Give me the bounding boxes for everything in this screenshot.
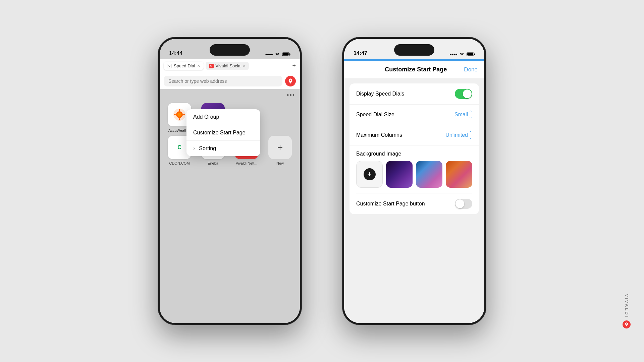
- tab-speed-dial[interactable]: V Speed Dial ✕: [164, 62, 204, 70]
- phone2-status-icons: ●●●●: [449, 52, 475, 56]
- max-columns-chevron: ⌃ ⌄: [469, 130, 472, 140]
- tab-close-speeddial[interactable]: ✕: [197, 64, 200, 68]
- speed-dial-add-button[interactable]: +: [268, 136, 292, 159]
- bg-image-orange-pink[interactable]: [446, 161, 472, 188]
- display-speed-dials-toggle[interactable]: [455, 89, 472, 99]
- svg-rect-2: [290, 54, 290, 55]
- phone-1: 14:44 ●●●●: [158, 37, 302, 325]
- new-tab-button[interactable]: +: [292, 62, 296, 69]
- max-columns-label: Maximum Columns: [356, 132, 402, 138]
- bg-image-blue-pink[interactable]: [416, 161, 442, 188]
- display-speed-dials-label: Display Speed Dials: [356, 91, 404, 97]
- menu-customize-start-page[interactable]: Customize Start Page: [186, 125, 260, 141]
- phone1-time: 14:44: [169, 50, 182, 56]
- tab-favicon-vivaldi: M: [209, 64, 214, 68]
- phone2-screen: 14:47 ●●●●: [344, 39, 484, 323]
- bg-image-purple[interactable]: [386, 161, 413, 188]
- phone2-time: 14:47: [354, 50, 367, 56]
- bg-images-row: +: [356, 161, 472, 188]
- toggle-thumb-off: [455, 199, 464, 208]
- speed-dial-label-eneba: Eneba: [208, 161, 218, 165]
- menu-sorting-label: Sorting: [199, 145, 216, 152]
- phones-container: 14:44 ●●●●: [158, 37, 486, 325]
- speed-dial-label-vivaldi-nett: Vivaldi Nett...: [236, 161, 258, 165]
- menu-add-group[interactable]: Add Group: [186, 109, 260, 125]
- tab-vivaldi-social[interactable]: M Vivaldi Socia ✕: [206, 62, 249, 70]
- vivaldi-brand-icon: [623, 320, 631, 328]
- signal-icon-2: ●●●●: [449, 52, 457, 56]
- customize-btn-toggle[interactable]: [455, 199, 472, 209]
- phone1-screen: 14:44 ●●●●: [160, 39, 300, 323]
- search-bar: [160, 73, 300, 89]
- toggle-thumb-on: [463, 89, 472, 98]
- signal-icon: ●●●●: [265, 52, 273, 56]
- setting-max-columns: Maximum Columns Unlimited ⌃ ⌄: [350, 125, 479, 145]
- svg-point-5: [177, 113, 181, 117]
- dynamic-island-2: [394, 44, 434, 56]
- customize-btn-label: Customize Start Page button: [356, 201, 425, 207]
- svg-rect-14: [467, 53, 473, 56]
- speed-dial-label-new: New: [276, 161, 284, 165]
- vivaldi-search-button[interactable]: [285, 76, 296, 86]
- vivaldi-logo-icon: [287, 78, 293, 84]
- speed-dial-size-label: Speed Dial Size: [356, 112, 394, 118]
- bg-image-add-button[interactable]: +: [356, 161, 383, 188]
- svg-rect-15: [474, 54, 475, 55]
- done-button[interactable]: Done: [464, 66, 478, 73]
- tab-label-speeddial: Speed Dial: [174, 63, 195, 68]
- max-columns-value[interactable]: Unlimited ⌃ ⌄: [445, 130, 472, 140]
- tab-favicon-speeddial: V: [167, 64, 172, 68]
- tab-close-vivaldi[interactable]: ✕: [243, 64, 246, 68]
- setting-customize-btn: Customize Start Page button: [350, 193, 479, 214]
- menu-add-group-label: Add Group: [193, 114, 219, 120]
- context-menu: Add Group Customize Start Page › Sorting: [186, 109, 260, 156]
- customize-page-title: Customize Start Page: [368, 66, 464, 73]
- speed-dial-header: •••: [160, 89, 300, 100]
- speed-dial-new[interactable]: + New: [265, 136, 295, 165]
- tab-bar: V Speed Dial ✕ M Vivaldi Socia ✕ +: [160, 59, 300, 73]
- tab-label-vivaldi: Vivaldi Socia: [216, 63, 240, 68]
- add-icon: +: [364, 168, 376, 180]
- dynamic-island-1: [210, 44, 250, 56]
- speed-dial-empty2: [265, 103, 295, 132]
- speed-dial-size-text: Small: [454, 112, 468, 118]
- vivaldi-brand-text: VIVALDI: [624, 294, 629, 318]
- battery-icon: [282, 52, 290, 56]
- search-input[interactable]: [164, 76, 282, 86]
- speed-dial-size-value[interactable]: Small ⌃ ⌄: [454, 110, 472, 119]
- speed-dial-size-chevron: ⌃ ⌄: [469, 110, 472, 119]
- speed-dial-label-cdon: CDON.COM: [169, 161, 190, 165]
- svg-rect-1: [283, 53, 289, 56]
- vivaldi-watermark: VIVALDI: [623, 294, 631, 328]
- phone1-status-icons: ●●●●: [265, 52, 290, 56]
- battery-icon-2: [467, 52, 475, 56]
- more-button[interactable]: •••: [287, 92, 295, 99]
- menu-sorting[interactable]: › Sorting: [186, 141, 260, 156]
- setting-display-speed-dials: Display Speed Dials: [350, 83, 479, 105]
- background-image-label: Background Image: [356, 151, 472, 157]
- settings-panel: Display Speed Dials Speed Dial Size Smal…: [350, 83, 479, 214]
- background-image-section: Background Image +: [350, 145, 479, 193]
- menu-customize-label: Customize Start Page: [193, 130, 246, 136]
- wifi-icon: [275, 52, 280, 56]
- setting-speed-dial-size: Speed Dial Size Small ⌃ ⌄: [350, 105, 479, 125]
- max-columns-text: Unlimited: [445, 132, 468, 138]
- sorting-chevron-icon: ›: [193, 145, 195, 152]
- phone-2: 14:47 ●●●●: [342, 37, 486, 325]
- customize-header: Customize Start Page Done: [344, 60, 484, 78]
- wifi-icon-2: [459, 52, 465, 56]
